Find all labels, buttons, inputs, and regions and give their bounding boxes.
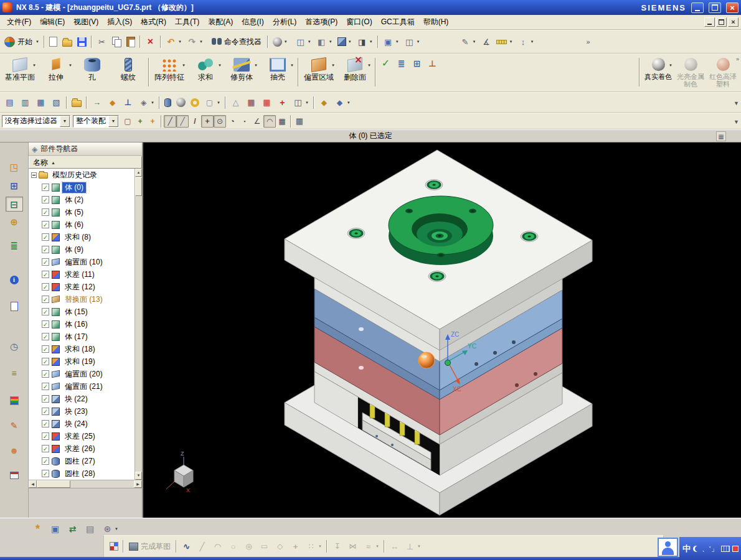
constraint-navigator-button[interactable]: ⊞ [6,178,23,193]
menu-analysis[interactable]: 分析(L) [268,16,301,27]
feature-checkbox[interactable]: ✓ [42,258,49,266]
materials-button[interactable]: ✎ [6,418,23,433]
tree-item-label[interactable]: 块 (24) [62,419,90,429]
chevron-down-icon[interactable]: ▼ [60,116,70,127]
tree-item[interactable]: ✓求差 (12) [29,281,135,293]
part-navigator-tab-button[interactable]: ⊟ [6,197,23,212]
select-mode-button[interactable]: ▢ [121,115,134,128]
tree-item[interactable]: ✓体 (2) [29,194,135,206]
orient-csys-button[interactable]: ⊥ [425,55,440,72]
selection-filter-select[interactable]: 没有选择过滤器 ▼ [2,115,70,128]
metal-shading-button[interactable]: 光亮金属制色 [674,55,707,89]
tree-item[interactable]: ✓替换面 (13) [29,293,135,306]
trim-body-button[interactable]: 修剪体▼ [224,55,260,89]
geo-constraint-button[interactable]: ⊥▼ [402,538,423,554]
unite-button[interactable]: 求和▼ [187,55,224,89]
move-obj-button[interactable]: → [89,95,105,111]
feature-checkbox[interactable]: ✓ [42,221,49,228]
undo-button[interactable]: ↶▼ [163,34,184,50]
tree-item[interactable]: ✓求差 (11) [29,268,135,281]
menu-window[interactable]: 窗口(O) [342,16,376,27]
ime-punctuation-button[interactable]: 、'」 [702,544,719,554]
swap-view-button[interactable]: ⇄ [65,521,80,537]
snap-endpoint-button[interactable]: ╱ [176,115,189,128]
roles-button[interactable]: ☻ [6,443,23,458]
drag-handle-sphere[interactable] [418,352,435,368]
ellipse-button[interactable]: ◎ [241,538,257,554]
tree-item-label[interactable]: 偏置面 (20) [62,369,105,380]
show-shaded-button[interactable]: ▢▼ [202,95,223,111]
rectangle-button[interactable]: ▭ [257,538,272,554]
feature-checkbox[interactable]: ✓ [42,308,49,315]
tree-item[interactable]: ✓偏置面 (10) [29,256,135,268]
feature-checkbox[interactable]: ✓ [42,208,49,216]
menu-gc-toolbox[interactable]: GC工具箱 [377,16,419,27]
offset-region-button[interactable]: 偏置区域▼ [301,55,337,89]
scroll-left-icon[interactable]: ◀ [29,480,37,488]
locating-ring[interactable] [389,196,493,265]
true-shading-button[interactable]: 真实着色▼ [642,55,674,89]
tree-item[interactable]: ✓偏置面 (20) [29,368,135,380]
tree-item-label[interactable]: 偏置面 (10) [62,257,105,268]
wcs-display-button[interactable]: ⊥ [120,95,136,111]
show-sphere-button[interactable] [174,95,188,111]
feature-checkbox[interactable]: ✓ [42,333,49,340]
toolbar-overflow[interactable]: » [586,38,590,45]
graphics-window[interactable]: ZC YC XC Z X [143,142,741,518]
start-button[interactable]: 开始▼ [2,34,42,50]
shell-button[interactable]: 抽壳▼ [260,55,296,89]
layers-palette-button[interactable]: ≣ [6,238,23,253]
history-root-label[interactable]: 模型历史记录 [50,170,100,180]
thread-button[interactable]: 螺纹 [110,55,146,89]
intersect-curve-button[interactable]: ⋈ [345,538,361,554]
horizontal-scrollbar[interactable]: ◀ ▶ [29,480,142,488]
menu-view[interactable]: 视图(V) [69,16,103,27]
tree-item[interactable]: ✓求差 (26) [29,442,135,455]
tree-item[interactable]: ✓体 (0) [29,181,135,194]
tree-item[interactable]: ✓块 (24) [29,418,135,430]
collapse-icon[interactable] [31,172,37,178]
origin-handle[interactable] [445,360,451,366]
feature-checkbox[interactable]: ✓ [42,345,49,353]
history-button[interactable]: ◷ [6,338,23,353]
tree-item[interactable]: ✓体 (17) [29,330,135,343]
scroll-up-icon[interactable]: ▲ [135,169,142,177]
copy-button[interactable] [110,34,124,50]
profile-button[interactable]: ∿ [179,538,194,554]
redo-button[interactable]: ↷▼ [184,34,205,50]
render-style-button[interactable]: ▼ [270,34,290,50]
show-cylinder-button[interactable] [162,95,174,111]
edit-obj-a-button[interactable]: ◆ [316,95,332,111]
ime-mode-icon[interactable] [693,546,699,552]
tree-item-label[interactable]: 圆柱 (27) [62,456,98,467]
paint-bucket-button[interactable]: ◆ [105,95,120,111]
menu-help[interactable]: 帮助(H) [419,16,453,27]
display-mode-button[interactable]: ◧▼ [314,34,335,50]
tree-item-label[interactable]: 体 (9) [62,245,86,255]
assembly-navigator-button[interactable]: ◳ [6,159,23,174]
snap-intersection-button[interactable]: + [201,115,214,128]
web-browser-button[interactable] [6,299,23,314]
snap-tangent-button[interactable]: ◠ [263,115,276,128]
line-button[interactable]: ╱ [194,538,210,554]
feature-checkbox[interactable]: ✓ [42,370,49,378]
tree-item-label[interactable]: 圆柱 (28) [62,469,98,479]
hole-button[interactable]: 孔 [74,55,110,89]
feature-checkbox[interactable]: ✓ [42,283,49,291]
tree-item-label[interactable]: 替换面 (13) [62,294,105,305]
pattern-curve-button[interactable]: ∷▼ [303,538,324,554]
feature-checkbox[interactable]: ✓ [42,184,49,191]
feature-checkbox[interactable]: ✓ [42,420,49,427]
menu-format[interactable]: 格式(R) [136,16,171,27]
object-list-button[interactable]: ≣ [394,55,409,72]
ruler-button[interactable]: ▼ [494,34,515,50]
tree-root-row[interactable]: 模型历史记录 [29,169,135,181]
grid-plus-button[interactable]: ⊞ [409,55,425,72]
snap-point-button[interactable]: ∙ [238,115,251,128]
paste-button[interactable] [124,34,138,50]
select-add-button[interactable]: + [146,115,159,128]
feature-checkbox[interactable]: ✓ [42,320,49,328]
feature-checkbox[interactable]: ✓ [42,432,49,440]
feature-checkbox[interactable]: ✓ [42,457,49,465]
snap-grid-button[interactable]: ▦ [276,115,288,128]
